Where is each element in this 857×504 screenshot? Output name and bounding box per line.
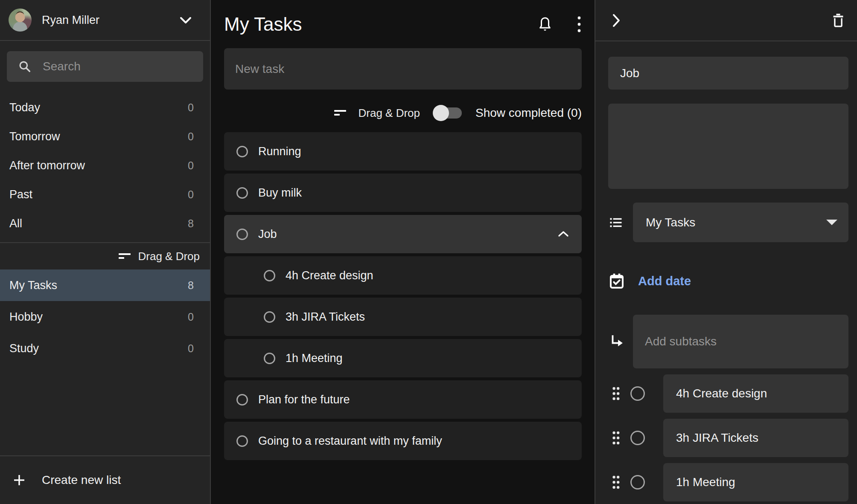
subtask-checkbox[interactable]	[630, 431, 645, 445]
subtask-card[interactable]: 1h Meeting	[663, 463, 848, 501]
detail-subtask-row-meeting[interactable]: 1h Meeting	[608, 463, 848, 501]
subtask-checkbox[interactable]	[630, 386, 645, 401]
task-notes-textarea[interactable]	[608, 104, 848, 189]
count-badge: 0	[188, 159, 194, 172]
search-icon	[18, 60, 32, 73]
detail-body: My Tasks Add date 4h Crea	[595, 41, 857, 501]
task-checkbox[interactable]	[264, 311, 275, 323]
close-detail-button[interactable]	[612, 13, 621, 28]
list-select-row: My Tasks	[608, 203, 848, 242]
chevron-down-icon	[178, 15, 193, 25]
detail-header	[595, 0, 857, 41]
user-name: Ryan Miller	[42, 14, 99, 27]
drag-handle-icon[interactable]	[612, 475, 620, 490]
task-row-buy-milk[interactable]: Buy milk	[224, 174, 582, 212]
subtask-row-jira-tickets[interactable]: 3h JIRA Tickets	[224, 298, 582, 336]
list-icon	[608, 215, 633, 230]
add-subtasks-row	[608, 315, 848, 368]
add-subtasks-input[interactable]	[633, 315, 848, 368]
sidebar-item-past[interactable]: Past 0	[0, 180, 210, 209]
task-checkbox[interactable]	[236, 146, 248, 157]
count-badge: 8	[188, 279, 194, 292]
user-lists: My Tasks 8 Hobby 0 Study 0	[0, 269, 210, 364]
drag-drop-hint: Drag & Drop	[358, 107, 420, 120]
task-row-plan-future[interactable]: Plan for the future	[224, 380, 582, 419]
toggle-knob	[433, 105, 449, 121]
count-badge: 0	[188, 188, 194, 201]
plus-icon	[13, 474, 26, 487]
bell-icon	[536, 15, 554, 33]
search-box[interactable]	[7, 51, 203, 82]
task-panel-header: My Tasks	[224, 0, 582, 48]
kebab-icon	[577, 15, 582, 34]
task-checkbox[interactable]	[236, 394, 248, 406]
chevron-up-icon	[557, 230, 570, 238]
search-input[interactable]	[43, 60, 197, 73]
sort-icon	[119, 252, 131, 260]
add-date-button[interactable]: Add date	[638, 274, 691, 288]
avatar	[9, 9, 32, 32]
subtask-checkbox[interactable]	[630, 475, 645, 490]
task-detail-panel: My Tasks Add date 4h Crea	[595, 0, 857, 504]
subtask-row-meeting[interactable]: 1h Meeting	[224, 339, 582, 377]
task-title-input[interactable]	[608, 57, 848, 90]
collapse-subtasks-button[interactable]	[557, 230, 570, 238]
calendar-check-icon	[608, 272, 633, 290]
add-date-row: Add date	[608, 266, 848, 296]
sidebar-list-my-tasks[interactable]: My Tasks 8	[0, 269, 210, 301]
sidebar-item-after-tomorrow[interactable]: After tomorrow 0	[0, 151, 210, 180]
user-menu[interactable]: Ryan Miller	[0, 0, 210, 41]
show-completed-toggle[interactable]	[434, 107, 462, 119]
filter-list: Today 0 Tomorrow 0 After tomorrow 0 Past…	[0, 93, 210, 238]
task-row-running[interactable]: Running	[224, 132, 582, 171]
count-badge: 8	[188, 217, 194, 230]
list-options-row: Drag & Drop Show completed (0)	[224, 101, 582, 125]
task-checkbox[interactable]	[236, 187, 248, 199]
list-select[interactable]: My Tasks	[633, 203, 848, 242]
task-row-restaurant[interactable]: Going to a restaurant with my family	[224, 422, 582, 460]
notifications-button[interactable]	[536, 15, 554, 33]
sidebar-list-study[interactable]: Study 0	[0, 333, 210, 364]
delete-task-button[interactable]	[831, 12, 846, 29]
sidebar-item-tomorrow[interactable]: Tomorrow 0	[0, 122, 210, 151]
count-badge: 0	[188, 311, 194, 323]
sidebar-list-hobby[interactable]: Hobby 0	[0, 301, 210, 333]
count-badge: 0	[188, 342, 194, 355]
lists-drag-drop-hint: Drag & Drop	[0, 243, 210, 269]
subtask-card[interactable]: 3h JIRA Tickets	[663, 419, 848, 457]
show-completed-label: Show completed (0)	[475, 106, 582, 120]
task-checkbox[interactable]	[264, 353, 275, 364]
subdirectory-arrow-icon	[608, 333, 633, 350]
new-task-input[interactable]	[224, 48, 582, 90]
subtask-row-create-design[interactable]: 4h Create design	[224, 256, 582, 295]
trash-icon	[831, 12, 846, 29]
sidebar-item-today[interactable]: Today 0	[0, 93, 210, 122]
page-title: My Tasks	[224, 14, 302, 35]
drag-handle-icon[interactable]	[612, 386, 620, 401]
caret-down-icon	[826, 220, 837, 225]
task-checkbox[interactable]	[236, 435, 248, 447]
detail-subtask-row-create-design[interactable]: 4h Create design	[608, 374, 848, 413]
sidebar-item-all[interactable]: All 8	[0, 209, 210, 238]
drag-handle-icon[interactable]	[612, 430, 620, 446]
count-badge: 0	[188, 101, 194, 114]
chevron-right-icon	[612, 13, 621, 28]
more-options-button[interactable]	[577, 15, 582, 34]
subtask-card[interactable]: 4h Create design	[663, 374, 848, 413]
sort-icon	[334, 109, 347, 117]
task-row-job[interactable]: Job	[224, 215, 582, 253]
task-checkbox[interactable]	[236, 229, 248, 240]
task-panel: My Tasks Drag & Drop Show completed (0) …	[211, 0, 595, 504]
task-checkbox[interactable]	[264, 270, 275, 281]
create-new-list-button[interactable]: Create new list	[0, 456, 210, 504]
detail-subtask-row-jira-tickets[interactable]: 3h JIRA Tickets	[608, 419, 848, 457]
sidebar: Ryan Miller Today 0 Tomorrow 0 After tom…	[0, 0, 211, 504]
task-list: Running Buy milk Job 4h Create design 3h…	[224, 132, 582, 504]
selected-list-label: My Tasks	[646, 216, 695, 229]
count-badge: 0	[188, 130, 194, 143]
